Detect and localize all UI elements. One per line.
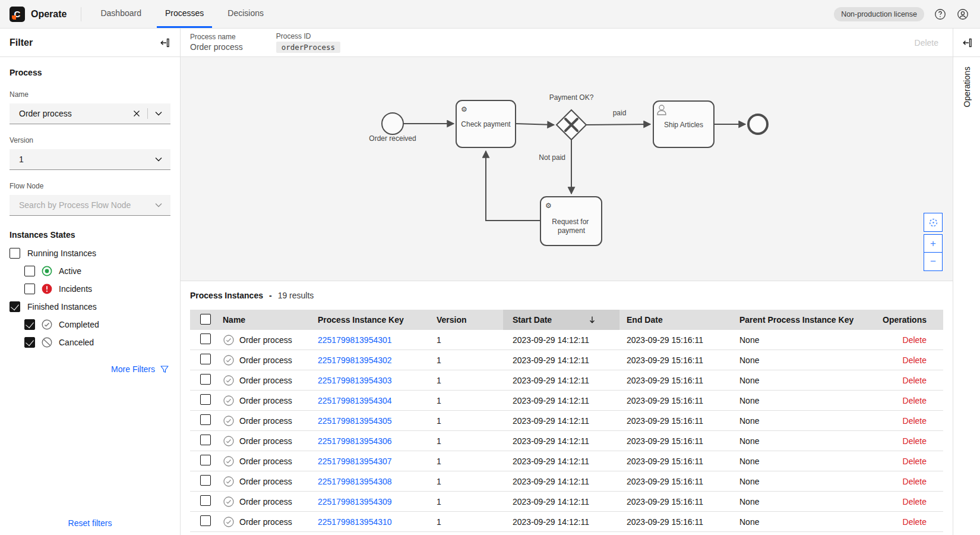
row-checkbox[interactable]: [200, 475, 211, 486]
column-header-process-instance-key[interactable]: Process Instance Key: [318, 315, 437, 325]
instance-version: 1: [437, 355, 503, 365]
instance-name: Order process: [239, 335, 292, 345]
table-row: Order process225179981395430312023-09-29…: [190, 370, 943, 391]
start-event-order-received[interactable]: Order received: [369, 113, 416, 143]
instance-key-link[interactable]: 2251799813954308: [318, 477, 392, 486]
column-header-end-date[interactable]: End Date: [619, 315, 732, 325]
chevron-down-icon[interactable]: [154, 155, 163, 164]
header-divider: [81, 7, 81, 21]
task-request-for-payment[interactable]: ⚙ Request for payment: [540, 197, 602, 246]
delete-instance-button[interactable]: Delete: [903, 396, 927, 405]
delete-instance-button[interactable]: Delete: [903, 457, 927, 466]
flow-node-dropdown[interactable]: Search by Process Flow Node: [10, 195, 170, 216]
instance-key-link[interactable]: 2251799813954307: [318, 457, 392, 466]
checkbox-active[interactable]: [24, 266, 35, 276]
instance-version: 1: [437, 457, 503, 466]
row-checkbox[interactable]: [200, 414, 211, 425]
instance-key-link[interactable]: 2251799813954302: [318, 355, 392, 365]
delete-instance-button[interactable]: Delete: [903, 497, 927, 506]
camunda-logo[interactable]: C: [10, 7, 25, 22]
row-checkbox[interactable]: [200, 394, 211, 405]
delete-instance-button[interactable]: Delete: [903, 416, 927, 426]
row-checkbox[interactable]: [200, 374, 211, 385]
instance-key-link[interactable]: 2251799813954301: [318, 335, 392, 345]
instance-key-link[interactable]: 2251799813954310: [318, 517, 392, 527]
flow-node-placeholder: Search by Process Flow Node: [19, 200, 154, 210]
user-icon[interactable]: [956, 8, 969, 21]
state-filter-incidents: Incidents: [24, 284, 170, 294]
row-checkbox[interactable]: [200, 354, 211, 364]
delete-instance-button[interactable]: Delete: [903, 517, 927, 527]
delete-process-button[interactable]: Delete: [915, 38, 938, 48]
end-event[interactable]: [748, 115, 767, 134]
version-field-label: Version: [10, 136, 170, 144]
delete-instance-button[interactable]: Delete: [903, 355, 927, 365]
expand-operations-panel-icon[interactable]: [961, 37, 973, 49]
checkbox-finished-instances[interactable]: [10, 301, 20, 312]
instance-version: 1: [437, 436, 503, 446]
row-checkbox[interactable]: [200, 515, 211, 526]
select-all-checkbox[interactable]: [200, 314, 211, 325]
table-header-row: Name Process Instance Key Version Start …: [190, 310, 943, 330]
column-header-version[interactable]: Version: [437, 315, 503, 325]
chevron-down-icon[interactable]: [154, 200, 163, 210]
table-rows: Order process225179981395430112023-09-29…: [190, 330, 943, 532]
gateway-payment-ok[interactable]: Payment OK?: [549, 93, 594, 140]
completed-icon: [223, 496, 235, 508]
column-header-name[interactable]: Name: [214, 315, 318, 325]
app-header: C Operate Dashboard Processes Decisions …: [0, 0, 980, 29]
completed-icon: [223, 374, 235, 386]
instance-version: 1: [437, 396, 503, 405]
instance-end-date: 2023-09-29 15:16:11: [619, 477, 732, 486]
row-checkbox[interactable]: [200, 333, 211, 344]
instance-start-date: 2023-09-29 14:12:11: [503, 391, 619, 410]
instance-key-link[interactable]: 2251799813954306: [318, 436, 392, 446]
instance-name: Order process: [239, 477, 292, 486]
instance-key-link[interactable]: 2251799813954309: [318, 497, 392, 506]
row-checkbox[interactable]: [200, 435, 211, 445]
column-header-parent-key[interactable]: Parent Process Instance Key: [732, 315, 857, 325]
delete-instance-button[interactable]: Delete: [903, 376, 927, 385]
instance-version: 1: [437, 416, 503, 426]
instance-version: 1: [437, 497, 503, 506]
instance-version: 1: [437, 335, 503, 345]
more-filters-button[interactable]: More Filters: [10, 364, 170, 374]
column-header-start-date[interactable]: Start Date: [503, 310, 619, 330]
flow-label-not-paid: Not paid: [539, 153, 565, 162]
checkbox-canceled[interactable]: [24, 337, 35, 348]
row-checkbox[interactable]: [200, 495, 211, 506]
process-name-combobox[interactable]: Order process: [10, 103, 170, 124]
chevron-down-icon[interactable]: [154, 109, 163, 118]
bpmn-diagram[interactable]: Order received ⚙ Check payment Payment O…: [181, 57, 953, 281]
reset-filters-button[interactable]: Reset filters: [0, 518, 180, 528]
main-nav: Dashboard Processes Decisions: [92, 0, 279, 28]
instance-start-date: 2023-09-29 14:12:11: [503, 411, 619, 430]
row-checkbox[interactable]: [200, 455, 211, 465]
checkbox-running-instances[interactable]: [10, 248, 20, 259]
zoom-out-button[interactable]: −: [924, 253, 942, 270]
tab-decisions[interactable]: Decisions: [219, 0, 272, 28]
version-dropdown[interactable]: 1: [10, 149, 170, 170]
bpmn-diagram-panel: Order received ⚙ Check payment Payment O…: [181, 57, 953, 281]
delete-instance-button[interactable]: Delete: [903, 335, 927, 345]
instance-end-date: 2023-09-29 15:16:11: [619, 376, 732, 385]
checkbox-completed[interactable]: [24, 319, 35, 330]
completed-icon: [223, 354, 235, 366]
instance-key-link[interactable]: 2251799813954305: [318, 416, 392, 426]
reset-zoom-button[interactable]: [924, 213, 943, 232]
task-check-payment[interactable]: ⚙ Check payment: [456, 100, 516, 147]
tab-processes[interactable]: Processes: [157, 0, 212, 28]
zoom-in-button[interactable]: +: [924, 235, 942, 253]
clear-selection-icon[interactable]: [132, 109, 141, 118]
task-ship-articles[interactable]: Ship Articles: [653, 101, 714, 147]
delete-instance-button[interactable]: Delete: [903, 477, 927, 486]
checkbox-incidents[interactable]: [24, 284, 35, 294]
instance-key-link[interactable]: 2251799813954303: [318, 376, 392, 385]
delete-instance-button[interactable]: Delete: [903, 436, 927, 446]
collapse-filter-panel-icon[interactable]: [159, 37, 170, 49]
help-icon[interactable]: [934, 8, 947, 21]
instance-key-link[interactable]: 2251799813954304: [318, 396, 392, 405]
tab-dashboard[interactable]: Dashboard: [92, 0, 150, 28]
completed-icon: [223, 334, 235, 346]
instance-end-date: 2023-09-29 15:16:11: [619, 416, 732, 426]
